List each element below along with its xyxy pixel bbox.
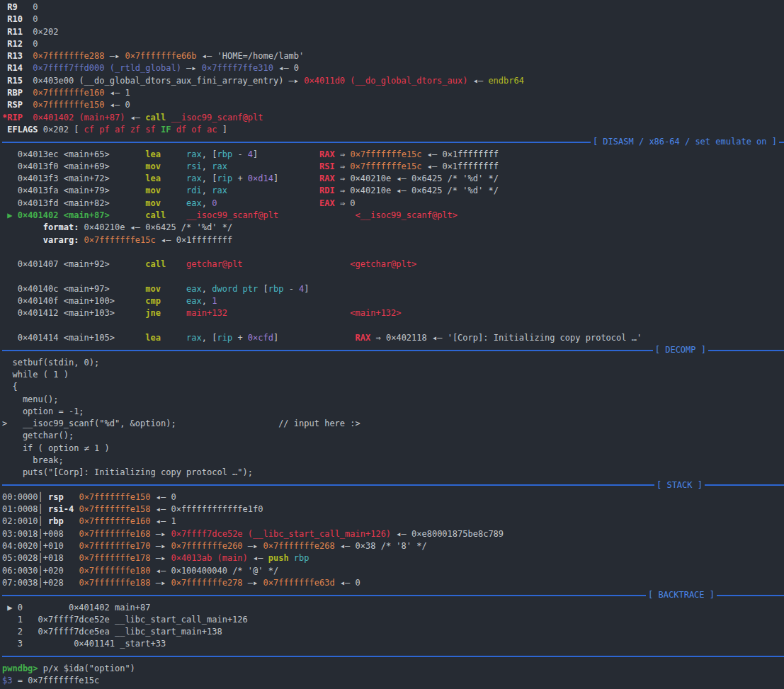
terminal-text-segment: 07:0038│+028 [2, 578, 79, 588]
terminal-text-segment: ⇒ 0×40210e ◂— 0×6425 /* '%d' */ [335, 186, 499, 195]
terminal-line: ▶ 0×401402 <main+87> call __isoc99_scanf… [2, 210, 784, 222]
terminal-text-segment: rbp [294, 553, 309, 563]
terminal-text-segment: eax [186, 284, 202, 294]
terminal-text-segment: ◂— [467, 76, 488, 86]
terminal-text-segment: 0×4013ab (main) [171, 553, 247, 563]
terminal-text-segment: ◂— 0×38 /* '8' */ [335, 541, 427, 551]
terminal-line: menu(); [2, 394, 784, 406]
terminal-text-segment: ◂— [125, 113, 145, 123]
terminal-text-segment: rip [217, 173, 232, 183]
terminal-text-segment: ⇒ [335, 149, 351, 159]
terminal-text-segment: = 0×7fffffffe15c [12, 676, 99, 685]
terminal-line: puts("[Corp]: Initializing copy protocol… [2, 467, 784, 479]
terminal-text-segment [217, 198, 319, 208]
terminal-text-segment: // input here :> [278, 418, 360, 428]
terminal-text-segment: 0×7ffff7dce52e (__libc_start_call_main+1… [171, 529, 391, 539]
terminal-text-segment: call [145, 210, 166, 220]
terminal-text-segment: rsp [48, 492, 64, 502]
terminal-line: R14 0×7ffff7ffd000 (_rtld_global) —▸ 0×7… [2, 62, 784, 74]
terminal-text-segment: - [232, 149, 248, 159]
terminal-line: ▶ 0 0×401402 main+87 [2, 602, 784, 614]
terminal-text-segment: 0×7fffffffe288 [33, 51, 104, 61]
terminal-text-segment [23, 63, 33, 73]
terminal-text-segment: 0×7fffffffe168 [79, 529, 150, 539]
terminal-text-segment: , [202, 186, 212, 195]
terminal-text-segment: if ( option ≠ 1 ) [2, 443, 110, 453]
terminal-text-segment [156, 125, 161, 135]
terminal-text-segment [79, 235, 84, 245]
terminal-text-segment: vararg: [43, 235, 79, 245]
terminal-line: { [2, 381, 784, 393]
terminal-line: 0×4013fd <main+82> mov eax, 0 EAX ⇒ 0 [2, 198, 784, 210]
terminal-text-segment [243, 259, 351, 269]
terminal-text-segment [227, 308, 350, 318]
terminal-text-segment: 0×40210e ◂— 0×6425 /* '%d' */ [79, 222, 232, 232]
terminal-text-segment: 2 0×7ffff7dce5ea __libc_start_main+138 [2, 627, 222, 637]
terminal-text-segment: 0×40140f <main+100> [2, 296, 145, 306]
terminal-text-segment: —▸ [283, 76, 304, 86]
terminal-text-segment: ◂— 1 [151, 516, 176, 526]
terminal-text-segment: , [202, 198, 212, 208]
terminal-text-segment: , [202, 284, 212, 294]
terminal-text-segment: 0×7fffffffe180 [79, 566, 150, 576]
terminal-text-segment [161, 333, 186, 343]
terminal-text-segment: 0×7fffffffe15c [350, 161, 421, 171]
terminal-line: R10 0 [2, 13, 784, 25]
terminal-text-segment [110, 210, 146, 220]
terminal-text-segment: 1 0×7ffff7dce52e __libc_start_call_main+… [2, 615, 248, 625]
terminal-text-segment [161, 186, 186, 195]
terminal-line: 0×401407 <main+92> call getchar@plt <get… [2, 258, 784, 271]
terminal-text-segment [23, 113, 33, 123]
terminal-text-segment: R12 [2, 39, 23, 49]
terminal-text-segment: <getchar@plt> [350, 259, 416, 269]
terminal-text-segment: ] [217, 125, 227, 135]
terminal-text-segment: 0×7fffffffe178 [79, 553, 150, 563]
terminal-text-segment: mov [145, 161, 161, 171]
terminal-text-segment: 0×7fffffffe170 [79, 541, 150, 551]
section-header-stack: [ STACK ] [2, 479, 784, 491]
terminal-text-segment [64, 516, 79, 526]
terminal-text-segment: 0×401412 <main+103> [2, 308, 145, 318]
terminal-text-segment [161, 173, 186, 183]
terminal-text-segment [2, 235, 43, 245]
section-header-label: [ STACK ] [654, 479, 705, 491]
terminal-text-segment: 02:0010│ [2, 516, 48, 526]
terminal-text-segment: 3 0×401141 _start+33 [2, 639, 166, 649]
terminal-line: 0×40140f <main+100> cmp eax, 1 [2, 295, 784, 307]
terminal-text-segment: 0×7fffffffe278 [171, 578, 242, 588]
terminal-text-segment: + [232, 333, 248, 343]
terminal-text-segment: —▸ [151, 541, 171, 551]
terminal-text-segment: rax [186, 333, 202, 343]
terminal-text-segment [161, 296, 186, 306]
terminal-text-segment [64, 492, 79, 502]
terminal-line: *RIP 0×401402 (main+87) ◂— call __isoc99… [2, 112, 784, 124]
terminal-text-segment: 0×7ffff7ffd000 (_rtld_global) [33, 63, 181, 73]
terminal-text-segment: rdi [186, 186, 202, 195]
terminal-text-segment: ⇒ [335, 161, 351, 171]
terminal-text-segment: R9 [2, 2, 18, 12]
terminal-text-segment: <main+132> [350, 308, 401, 318]
terminal-text-segment: 04:0020│+010 [2, 541, 79, 551]
terminal-text-segment: RSP [2, 100, 23, 110]
terminal-text-segment: pwndbg> [2, 664, 43, 673]
terminal-text-segment: option = -1; [2, 406, 84, 416]
separator-line [717, 595, 784, 596]
terminal-text-segment: 0×7fffffffe160 [33, 88, 104, 98]
terminal-line: 0×401414 <main+105> lea rax, [rip + 0×cf… [2, 332, 784, 344]
terminal-text-segment: rbp [217, 149, 232, 159]
terminal-text-segment: eax [186, 198, 202, 208]
terminal-text-segment: menu(); [2, 394, 58, 404]
terminal-text-segment [161, 198, 186, 208]
stack-panel: 00:0000│ rsp 0×7fffffffe150 ◂— 001:0008│… [2, 491, 784, 589]
terminal-text-segment: ◂— 0 [151, 492, 176, 502]
terminal-text-segment [278, 173, 319, 183]
terminal-line: 07:0038│+028 0×7fffffffe188 —▸ 0×7ffffff… [2, 577, 784, 589]
terminal-text-segment: endbr64 [488, 76, 524, 86]
terminal-text-segment: 01:0008│ [2, 504, 48, 514]
terminal-text-segment: 0×7fffffffe268 [263, 541, 335, 551]
terminal-text-segment: __isoc99_scanf@plt [171, 113, 263, 123]
terminal-text-segment: 0×401407 <main+92> [2, 259, 145, 269]
terminal-text-segment: RAX [319, 173, 335, 183]
terminal-line: setbuf(stdin, 0); [2, 357, 784, 369]
terminal-text-segment: ◂— 0 [273, 63, 299, 73]
